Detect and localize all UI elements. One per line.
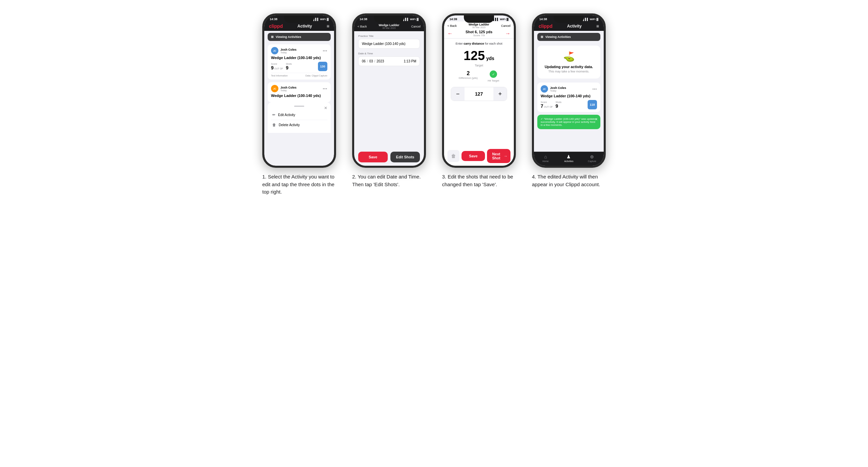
logo-4: clippd [539, 24, 552, 29]
caption-3: 3. Edit the shots that need to be change… [442, 173, 516, 188]
next-shot-nav-icon[interactable]: → [505, 31, 510, 37]
status-icons-4: ▌▌▌ WiFi ▓ [583, 18, 598, 21]
practice-title-input[interactable]: Wedge Ladder (100-140 yds) [358, 39, 420, 49]
trash-button-3[interactable]: 🗑 [447, 150, 460, 162]
edit-activity-item[interactable]: ✏ Edit Activity [271, 110, 327, 120]
tab-capture[interactable]: ⊕ Capture [581, 154, 604, 162]
activity-card-1[interactable]: JC Josh Coles Today ••• Wedge Ladder (10… [268, 44, 331, 80]
enter-text-3: Enter carry distance for each shot [447, 42, 510, 45]
success-toast: ✓ "Wedge Ladder (100-140 yds)" was updat… [537, 115, 600, 129]
updating-title: Updating your activity data. [541, 65, 597, 69]
edit-icon: ✏ [272, 113, 275, 117]
card-title-4: Wedge Ladder (100-140 yds) [541, 94, 597, 98]
activity-card-4[interactable]: JC Josh Coles Today ••• Wedge Ladder (10… [537, 83, 600, 112]
hamburger-icon-4[interactable]: ≡ [596, 24, 599, 29]
edit-header-2: < Back Wedge Ladder 06 Mar 2023 Cancel [354, 22, 424, 31]
phone-column-4: 14:38 ▌▌▌ WiFi ▓ clippd Activity ≡ ⊞ [529, 13, 609, 188]
caption-2: 2. You can edit Date and Time. Then tap … [352, 173, 426, 188]
phone-frame-2: 14:38 ▌▌▌ WiFi ▓ < Back Wedge Ladder 06 … [352, 13, 426, 168]
cancel-button-3[interactable]: Cancel [501, 24, 510, 28]
avatar-1: JC [271, 47, 278, 54]
quality-badge-4: 118 [588, 100, 597, 110]
viewing-label-1: Viewing Activities [276, 35, 301, 39]
three-dots-2[interactable]: ••• [323, 87, 327, 91]
arrow-right-icon: → [504, 154, 507, 158]
time-2: 14:38 [360, 18, 367, 21]
three-dots-4[interactable]: ••• [592, 87, 597, 91]
shot-actions-3: 🗑 Save Next Shot → [444, 146, 514, 166]
tab-home-label: Home [542, 160, 549, 162]
yds-value-3: 125 [464, 49, 485, 63]
three-dots-1[interactable]: ••• [323, 49, 327, 53]
phone-frame-4: 14:38 ▌▌▌ WiFi ▓ clippd Activity ≡ ⊞ [532, 13, 606, 168]
battery-icon-3: ▓ [506, 18, 508, 21]
user-info-4: JC Josh Coles Today [541, 85, 566, 93]
tab-home[interactable]: ⌂ Home [534, 154, 557, 162]
wifi-icon-3: WiFi [500, 18, 505, 21]
phone-frame-1: 14:38 ▌▌▌ WiFi ▓ clippd Activity ≡ [262, 13, 336, 168]
delete-label: Delete Activity [279, 123, 300, 127]
phone-column-3: 14:39 ▌▌▌ WiFi ▓ < Back Wedge Ladder [439, 13, 519, 188]
wifi-icon: WiFi [320, 18, 326, 21]
prev-shot-icon[interactable]: ← [447, 31, 453, 37]
input-row-3: − 127 + [451, 87, 507, 101]
save-button-3[interactable]: Save [462, 151, 485, 161]
practice-title-label: Practice Title [358, 35, 420, 38]
shot-input-value[interactable]: 127 [465, 89, 493, 99]
user-info-1: JC Josh Coles Today [271, 47, 297, 54]
battery-icon-2: ▓ [416, 18, 418, 21]
delete-activity-item[interactable]: 🗑 Delete Activity [271, 120, 327, 129]
tab-activities[interactable]: ♟ Activities [557, 154, 580, 162]
wifi-icon-2: WiFi [410, 18, 415, 21]
date-year: 2023 [377, 59, 384, 63]
user-name-1: Josh Coles [280, 48, 297, 51]
close-icon[interactable]: ✕ [324, 106, 327, 111]
edit-body-2: Practice Title Wedge Ladder (100-140 yds… [354, 31, 424, 94]
outof-1: OUT OF [274, 67, 283, 70]
time-value-2: 1:13 PM [404, 59, 416, 63]
hamburger-icon-1[interactable]: ≡ [327, 24, 329, 29]
status-icons-2: ▌▌▌ WiFi ▓ [403, 18, 418, 21]
date-day: 06 [362, 59, 366, 63]
phone-notch-1 [284, 15, 314, 23]
score-value-4: 7 [541, 103, 543, 109]
battery-icon: ▓ [327, 18, 329, 21]
save-button-2[interactable]: Save [358, 152, 388, 162]
diff-row-3: 2 Difference (yds) ✓ Hit Target [447, 70, 510, 82]
shot-score-3: Score 7/9 [466, 34, 492, 37]
edit-header-sub-2: 06 Mar 2023 [379, 27, 399, 29]
cancel-button-2[interactable]: Cancel [411, 25, 421, 28]
user-date-4: Today [550, 90, 566, 92]
toast-close-icon[interactable]: ✕ [595, 117, 598, 121]
phone-column-1: 14:38 ▌▌▌ WiFi ▓ clippd Activity ≡ [259, 13, 339, 196]
next-shot-button[interactable]: Next Shot → [487, 149, 510, 163]
user-date-1: Today [280, 51, 297, 54]
decrement-button[interactable]: − [451, 87, 465, 101]
user-name-2: Josh Coles [280, 86, 297, 89]
card-title-2: Wedge Ladder (100-140 yds) [271, 94, 327, 98]
viewing-bar-1: ⊞ Viewing Activities [268, 33, 331, 41]
status-icons-3: ▌▌▌ WiFi ▓ [493, 18, 508, 21]
battery-icon-4: ▓ [596, 18, 598, 21]
user-name-4: Josh Coles [550, 86, 566, 90]
check-icon-toast: ✓ [541, 117, 544, 120]
phone-notch-3 [464, 15, 494, 23]
back-button-2[interactable]: < Back [358, 25, 367, 28]
back-button-3[interactable]: < Back [447, 24, 457, 28]
date-time-row[interactable]: 06 / 03 / 2023 1:13 PM [358, 56, 420, 66]
time-4: 14:38 [539, 18, 547, 21]
edit-shots-button[interactable]: Edit Shots [391, 152, 420, 162]
wedge-ladder-title-3: Wedge Ladder [469, 23, 489, 26]
date-time-label: Date & Time [358, 52, 420, 55]
increment-button[interactable]: + [493, 87, 507, 101]
activity-card-2[interactable]: JC Josh Coles Today ••• Wedge Ladder (10… [268, 82, 331, 102]
menu-handle [294, 106, 304, 107]
capture-icon: ⊕ [590, 154, 594, 159]
shots-label-1: Shots [286, 63, 292, 65]
tab-capture-label: Capture [588, 160, 596, 162]
diff-label-3: Difference (yds) [459, 76, 477, 80]
hit-target-label-3: Hit Target [488, 79, 499, 82]
time-1: 14:38 [270, 18, 277, 21]
golf-flag-icon: ⛳ [541, 51, 597, 62]
app-header-4: clippd Activity ≡ [534, 22, 604, 31]
